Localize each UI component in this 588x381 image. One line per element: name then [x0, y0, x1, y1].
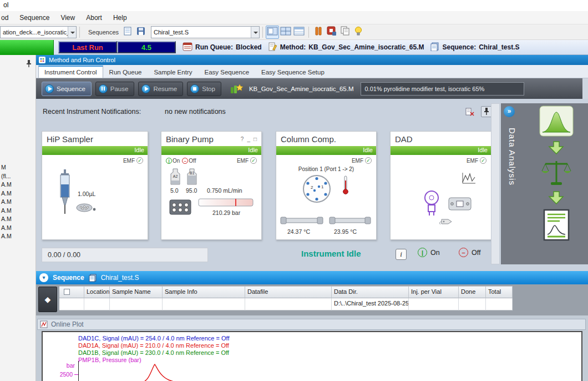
instrument-on-control[interactable]: | On	[418, 248, 440, 257]
dismiss-notifications-icon	[465, 107, 474, 116]
stop-button[interactable]: Stop	[187, 82, 221, 96]
instrument-state: Instrument Idle	[301, 249, 361, 258]
status-badge: Idle	[391, 146, 491, 155]
vertical-scrollbar[interactable]	[491, 103, 500, 264]
tab-sample-entry[interactable]: Sample Entry	[148, 66, 198, 78]
pump-on-icon[interactable]: |	[166, 158, 172, 164]
tile-title: HiP Sampler	[47, 134, 93, 144]
stop-icon	[190, 84, 199, 93]
col-location[interactable]: Location	[84, 286, 110, 298]
pump-maximize-icon[interactable]: □	[254, 136, 257, 142]
tree-item[interactable]: A.M	[0, 207, 36, 215]
tips-button[interactable]	[352, 26, 365, 39]
col-inj-per-vial[interactable]: Inj. per Vial	[409, 286, 459, 298]
pump-off-label[interactable]: Off	[189, 158, 196, 164]
info-button[interactable]: i	[396, 249, 407, 260]
menu-item-abort[interactable]: Abort	[80, 12, 108, 23]
chromatogram-peak-icon[interactable]	[539, 106, 574, 139]
col-datafile[interactable]: Datafile	[245, 286, 332, 298]
layout-split-view-button[interactable]	[279, 26, 292, 39]
cell-datafile[interactable]	[245, 298, 332, 310]
cell-sample-name[interactable]	[110, 298, 163, 310]
pump-off-icon[interactable]: –	[182, 158, 188, 164]
cell-select[interactable]	[59, 298, 84, 310]
cell-location[interactable]	[84, 298, 110, 310]
run-queue-status: Run Queue: Blocked	[183, 42, 262, 53]
tab-easy-sequence[interactable]: Easy Sequence	[198, 66, 255, 78]
run-queue-value: Blocked	[236, 43, 262, 51]
tree-item[interactable]: A.M	[0, 224, 36, 233]
stop-run-button[interactable]	[325, 26, 338, 39]
cell-data-dir[interactable]: D:\..\Chiral_test 2025-08-25	[332, 298, 409, 310]
method-select[interactable]: ation_deck...e_isocratic_65.M	[0, 26, 77, 38]
tree-item[interactable]: A.M	[0, 189, 36, 198]
status-badge: Idle	[161, 146, 261, 155]
layout-single-view-button[interactable]	[266, 26, 279, 39]
cell-done[interactable]	[459, 298, 486, 310]
col-sample-info[interactable]: Sample Info	[163, 286, 245, 298]
expand-panel-button[interactable]: »	[504, 106, 515, 117]
tab-run-queue[interactable]: Run Queue	[103, 66, 148, 78]
col-total[interactable]: Total	[486, 286, 513, 298]
copy-button[interactable]	[338, 26, 352, 39]
tree-item[interactable]: A.M	[0, 181, 36, 189]
tile-binary-pump: Binary Pump ? _ □ Idle | On – Off	[161, 131, 262, 240]
cell-inj-per-vial[interactable]	[409, 298, 459, 310]
tree-item[interactable]: A.M	[0, 198, 36, 207]
cell-total[interactable]	[486, 298, 513, 310]
online-plot-canvas[interactable]: DAD1C, Signal (mAU) = 254.0 / 4.0 nm Ref…	[42, 331, 582, 381]
toolbar-separator	[262, 27, 263, 38]
arrow-down-icon	[548, 191, 565, 207]
pin-icon[interactable]	[26, 59, 32, 71]
valve-icon[interactable]: 12	[302, 174, 332, 205]
resume-button[interactable]: Resume	[138, 82, 183, 96]
chevron-down-icon[interactable]	[251, 27, 259, 38]
sequence-select[interactable]: Chiral_test.S	[151, 26, 260, 38]
select-all-checkbox[interactable]	[64, 289, 70, 295]
dismiss-notifications-button[interactable]	[464, 106, 475, 117]
emf-label: EMF	[467, 158, 478, 164]
tree-item[interactable]: (fl...	[0, 172, 36, 181]
col-data-dir[interactable]: Data Dir.	[332, 286, 409, 298]
cell-sample-info[interactable]	[163, 298, 245, 310]
pump-help-icon[interactable]: ?	[241, 136, 244, 142]
method-comment-field[interactable]	[361, 82, 524, 96]
off-icon: –	[459, 248, 468, 257]
run-control-toolbar: Sequence Pause Resume Stop KB_Gov_Sec	[36, 78, 588, 99]
scales-icon[interactable]	[541, 159, 572, 189]
pin-notifications-button[interactable]	[481, 106, 492, 117]
y-axis-tick: 2500	[53, 371, 73, 378]
chevron-down-icon[interactable]	[68, 27, 76, 38]
tab-easy-sequence-setup[interactable]: Easy Sequence Setup	[255, 66, 331, 78]
menu-item-method[interactable]: od	[0, 12, 14, 23]
collapse-sequence-button[interactable]: ▾	[39, 273, 48, 282]
abort-run-button[interactable]	[312, 26, 325, 39]
off-label: Off	[472, 249, 480, 257]
menu-item-help[interactable]: Help	[108, 12, 133, 23]
tree-item[interactable]: M	[0, 163, 36, 172]
layout-table-view-button[interactable]	[292, 26, 306, 39]
solvent-a-label: A2	[173, 174, 178, 178]
legend-entry: DAD1B, Signal (mAU) = 230.0 / 4.0 nm Ref…	[78, 349, 229, 357]
run-queue-label: Run Queue:	[195, 43, 233, 51]
pump-on-label[interactable]: On	[173, 158, 180, 164]
tree-item[interactable]: A.M	[0, 215, 36, 224]
last-run-value: 4.5	[117, 41, 176, 53]
sequence-file-icon	[89, 274, 97, 282]
pause-button[interactable]: Pause	[95, 82, 135, 96]
new-sequence-button[interactable]	[121, 26, 134, 39]
layout-table-icon	[293, 27, 305, 38]
save-sequence-button[interactable]	[134, 26, 148, 39]
menu-item-sequence[interactable]: Sequence	[14, 12, 55, 23]
report-icon[interactable]	[543, 209, 570, 243]
tree-item[interactable]: A.M	[0, 232, 36, 241]
col-done[interactable]: Done	[459, 286, 486, 298]
start-sequence-button[interactable]: Sequence	[42, 82, 92, 96]
row-selector-button[interactable]: ◆	[38, 287, 57, 312]
instrument-off-control[interactable]: – Off	[459, 248, 480, 257]
col-sample-name[interactable]: Sample Name	[110, 286, 163, 298]
pump-minimize-icon[interactable]: _	[247, 136, 250, 142]
save-disk-icon	[136, 27, 145, 38]
menu-item-view[interactable]: View	[55, 12, 80, 23]
tab-instrument-control[interactable]: Instrument Control	[38, 66, 103, 78]
